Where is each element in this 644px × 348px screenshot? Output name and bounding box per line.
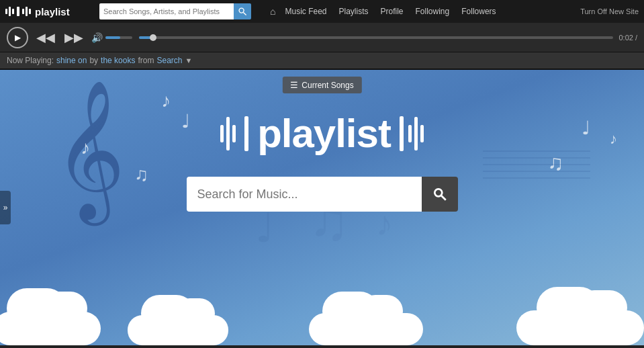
by-label: by	[89, 56, 98, 65]
main-content: ☰ Current Songs » 𝄞 ♪ ♩ ♪ ♫ ♩ ♪ ♫ ♩ ♫ ♪	[0, 70, 644, 345]
music-note-2: ♩	[181, 110, 190, 132]
now-playing-label: Now Playing:	[7, 56, 54, 65]
site-logo-text: playlist	[35, 6, 70, 17]
svg-line-3	[441, 195, 446, 200]
current-songs-button[interactable]: ☰ Current Songs	[282, 77, 361, 93]
now-playing-source[interactable]: Search	[156, 56, 182, 65]
now-playing-dropdown[interactable]: ▼	[185, 56, 193, 64]
music-note-7: ♫	[547, 150, 563, 175]
center-logo: playlist	[220, 110, 424, 157]
next-button[interactable]: ▶▶	[63, 30, 85, 45]
player-bar: ▶ ◀◀ ▶▶ 🔊 0:02 /	[0, 23, 644, 52]
staff-lines	[483, 150, 590, 184]
previous-button[interactable]: ◀◀	[35, 30, 56, 45]
volume-icon: 🔊	[91, 32, 103, 43]
music-note-4: ♫	[134, 164, 148, 185]
now-playing-song[interactable]: shine on	[56, 56, 87, 65]
nav-links: ⌂ Music Feed Playlists Profile Following…	[267, 4, 573, 19]
svg-point-0	[239, 8, 244, 13]
progress-area: 0:02 /	[139, 34, 637, 42]
logo-area: playlist	[5, 6, 93, 17]
nav-following[interactable]: Following	[410, 4, 455, 19]
nav-search-box	[99, 3, 261, 19]
play-button[interactable]: ▶	[7, 27, 28, 48]
top-navigation: playlist ⌂ Music Feed Playlists Profile …	[0, 0, 644, 23]
center-search-input[interactable]	[187, 177, 422, 212]
center-logo-divider-right	[400, 116, 404, 151]
time-display: 0:02 /	[618, 34, 637, 42]
nav-profile[interactable]: Profile	[375, 4, 409, 19]
center-logo-text: playlist	[257, 110, 391, 157]
svg-line-1	[243, 12, 246, 15]
logo-icon	[5, 7, 31, 16]
music-note-5: ♩	[582, 117, 590, 139]
left-panel-toggle[interactable]: »	[0, 191, 11, 224]
center-search-icon	[432, 187, 447, 202]
nav-playlists[interactable]: Playlists	[334, 4, 374, 19]
cloud-center-left	[121, 298, 242, 345]
center-logo-bars-left	[220, 117, 236, 150]
progress-track[interactable]	[139, 36, 613, 39]
search-icon	[238, 7, 247, 16]
music-note-1: ♪	[161, 90, 171, 112]
music-note-6: ♪	[610, 130, 617, 148]
nav-music-feed[interactable]: Music Feed	[279, 4, 332, 19]
from-label: from	[138, 56, 154, 65]
nav-search-button[interactable]	[234, 3, 251, 19]
progress-knob	[150, 34, 156, 41]
center-search-area	[187, 177, 458, 212]
now-playing-artist[interactable]: the kooks	[101, 56, 135, 65]
volume-bar[interactable]	[105, 36, 132, 39]
turn-off-new-site[interactable]: Turn Off New Site	[580, 7, 639, 15]
center-search-button[interactable]	[422, 177, 458, 212]
home-icon[interactable]: ⌂	[267, 6, 278, 17]
cloud-right	[510, 288, 644, 345]
center-logo-bars-right	[398, 116, 424, 151]
treble-clef-icon: 𝄞	[54, 90, 125, 211]
cloud-center-right	[302, 295, 436, 345]
current-songs-label: Current Songs	[302, 81, 353, 90]
nav-followers[interactable]: Followers	[456, 4, 501, 19]
nav-search-input[interactable]	[99, 3, 234, 19]
volume-fill	[105, 36, 120, 39]
clouds-decoration	[0, 285, 644, 345]
now-playing-bar: Now Playing: shine on by the kooks from …	[0, 52, 644, 70]
center-logo-divider	[244, 116, 248, 151]
svg-point-2	[434, 189, 442, 196]
list-icon: ☰	[290, 80, 298, 90]
cloud-left	[0, 292, 114, 345]
music-note-3: ♪	[81, 137, 90, 159]
volume-area: 🔊	[91, 32, 132, 43]
